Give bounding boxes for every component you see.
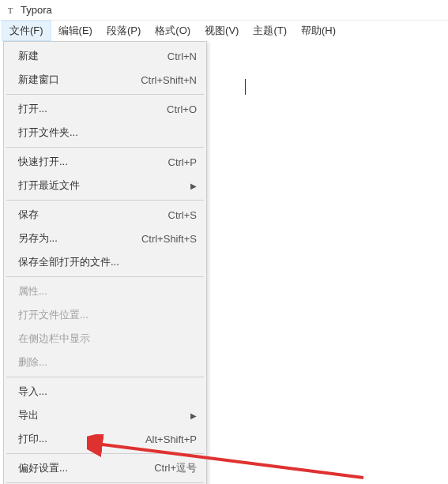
menu-item[interactable]: 打开最近文件▶ xyxy=(6,174,205,197)
menu-item-shortcut: Ctrl+S xyxy=(168,209,197,221)
menubar-item-label: 文件(F) xyxy=(9,24,43,38)
menu-separator xyxy=(6,377,204,377)
menu-item[interactable]: 快速打开...Ctrl+P xyxy=(6,150,205,174)
menu-item-label: 保存全部打开的文件... xyxy=(18,255,197,269)
chevron-right-icon: ▶ xyxy=(189,182,197,190)
menu-item-label: 删除... xyxy=(18,355,197,370)
menu-item-shortcut: Ctrl+逗号 xyxy=(154,461,197,475)
menu-separator xyxy=(6,482,204,483)
menubar-item-label: 主题(T) xyxy=(253,24,287,38)
menubar-item-3[interactable]: 格式(O) xyxy=(148,21,198,41)
menu-item-shortcut: Ctrl+Shift+N xyxy=(141,74,197,86)
menu-separator xyxy=(6,453,204,454)
menubar-item-2[interactable]: 段落(P) xyxy=(100,21,148,41)
menu-separator xyxy=(6,276,204,277)
menu-item-label: 新建窗口 xyxy=(18,73,125,87)
editor-area[interactable] xyxy=(213,47,448,484)
menu-item: 属性... xyxy=(6,280,205,303)
menu-item[interactable]: 新建窗口Ctrl+Shift+N xyxy=(6,68,205,92)
text-cursor xyxy=(245,79,246,95)
menu-item-label: 打开... xyxy=(18,102,151,116)
menu-item[interactable]: 打开文件夹... xyxy=(6,121,205,144)
menu-item-label: 打印... xyxy=(18,432,130,446)
menubar-item-label: 段落(P) xyxy=(107,24,141,38)
menu-separator xyxy=(6,147,204,148)
menu-item[interactable]: 导入... xyxy=(6,380,205,403)
titlebar: T Typora xyxy=(0,0,448,21)
menu-item[interactable]: 导出▶ xyxy=(6,403,205,427)
menu-item-label: 打开文件位置... xyxy=(18,308,197,322)
menubar-item-label: 视图(V) xyxy=(205,24,239,38)
menu-item-shortcut: Ctrl+Shift+S xyxy=(141,233,197,245)
menu-item: 打开文件位置... xyxy=(6,303,205,327)
menu-separator xyxy=(6,94,204,95)
menu-item-label: 导入... xyxy=(18,385,197,399)
menu-item: 删除... xyxy=(6,351,205,374)
chevron-right-icon: ▶ xyxy=(189,411,197,420)
menubar-item-label: 帮助(H) xyxy=(301,24,336,38)
menu-item-label: 导出 xyxy=(18,408,189,422)
menubar: 文件(F)编辑(E)段落(P)格式(O)视图(V)主题(T)帮助(H) xyxy=(0,21,448,41)
menubar-item-4[interactable]: 视图(V) xyxy=(198,21,246,41)
menu-item[interactable]: 偏好设置...Ctrl+逗号 xyxy=(6,456,205,480)
menu-item[interactable]: 打开...Ctrl+O xyxy=(6,97,205,121)
menu-item-shortcut: Ctrl+O xyxy=(167,103,197,115)
menubar-item-5[interactable]: 主题(T) xyxy=(246,21,294,41)
menu-item[interactable]: 保存Ctrl+S xyxy=(6,203,205,227)
menu-item[interactable]: 打印...Alt+Shift+P xyxy=(6,427,205,451)
menu-item: 在侧边栏中显示 xyxy=(6,327,205,351)
menu-item-label: 偏好设置... xyxy=(18,461,138,475)
menu-item-label: 打开最近文件 xyxy=(18,178,189,193)
menu-item-label: 快速打开... xyxy=(18,155,152,169)
menu-item-label: 新建 xyxy=(18,49,152,63)
file-menu-dropdown: 新建Ctrl+N新建窗口Ctrl+Shift+N打开...Ctrl+O打开文件夹… xyxy=(3,41,207,484)
menu-item-label: 保存 xyxy=(18,208,152,222)
app-title: Typora xyxy=(21,4,52,16)
menu-item-shortcut: Ctrl+N xyxy=(168,51,197,62)
menubar-item-0[interactable]: 文件(F) xyxy=(2,21,51,41)
menu-item[interactable]: 另存为...Ctrl+Shift+S xyxy=(6,227,205,250)
menu-item[interactable]: 保存全部打开的文件... xyxy=(6,250,205,274)
menu-item-shortcut: Alt+Shift+P xyxy=(145,433,197,445)
menu-item-label: 另存为... xyxy=(18,231,126,246)
app-icon: T xyxy=(5,5,16,16)
menu-item-label: 打开文件夹... xyxy=(18,126,197,140)
menubar-item-1[interactable]: 编辑(E) xyxy=(51,21,100,41)
menu-item-shortcut: Ctrl+P xyxy=(168,156,197,168)
menubar-item-label: 格式(O) xyxy=(155,24,190,38)
menu-item[interactable]: 新建Ctrl+N xyxy=(6,44,205,68)
menubar-item-label: 编辑(E) xyxy=(58,24,92,38)
menu-item-label: 在侧边栏中显示 xyxy=(18,332,197,346)
menubar-item-6[interactable]: 帮助(H) xyxy=(294,21,343,41)
menu-item-label: 属性... xyxy=(18,284,197,298)
menu-separator xyxy=(6,200,204,201)
